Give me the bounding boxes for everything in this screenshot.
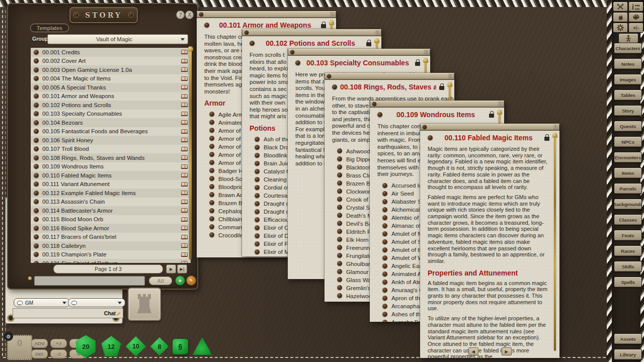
window-title-strap[interactable]: STORY bbox=[69, 7, 138, 23]
group-dropdown[interactable]: Vault of Magic bbox=[47, 34, 188, 44]
story-list-row[interactable]: 00.116 Blood Spike Armor bbox=[31, 224, 191, 233]
book-link-icon[interactable] bbox=[181, 120, 188, 125]
templates-button[interactable]: Templates bbox=[30, 24, 69, 32]
story-list-row[interactable]: 00.115 Blood Moon Orb bbox=[31, 215, 191, 224]
d6-die[interactable]: 6 bbox=[173, 339, 188, 354]
d8-die[interactable]: 8 bbox=[150, 337, 169, 356]
story-list-row[interactable]: 00.114 Battlecaster's Armor bbox=[31, 206, 191, 215]
book-link-icon[interactable] bbox=[181, 59, 188, 63]
book-link-icon[interactable] bbox=[181, 112, 188, 116]
book-link-icon[interactable] bbox=[181, 50, 188, 54]
settings-button[interactable] bbox=[613, 23, 628, 33]
close-icon[interactable]: X bbox=[424, 49, 429, 55]
help-button[interactable]: ? bbox=[176, 11, 185, 19]
story-list-row[interactable]: 00.106 Spirit Honey bbox=[31, 136, 191, 145]
close-icon[interactable]: X bbox=[498, 101, 503, 107]
scrollbar-ornament[interactable] bbox=[189, 50, 192, 259]
story-list-row[interactable]: 00.113 Assassin's Chain bbox=[31, 198, 191, 207]
lock-icon[interactable] bbox=[489, 114, 494, 118]
options-button[interactable] bbox=[613, 2, 628, 12]
book-link-icon[interactable] bbox=[181, 85, 188, 89]
d12-die[interactable]: 12 bbox=[101, 336, 122, 357]
sidebar-item-assets[interactable]: Assets bbox=[614, 333, 642, 344]
book-link-icon[interactable] bbox=[181, 261, 188, 263]
story-list-row[interactable]: 00.109 Wondrous Items bbox=[31, 162, 191, 171]
story-list-row[interactable]: 00.101 Armor and Weapons bbox=[31, 92, 191, 101]
modifier-button-adv[interactable]: ADV bbox=[31, 339, 48, 348]
book-link-icon[interactable] bbox=[181, 208, 188, 213]
sidebar-item-images[interactable]: Images bbox=[614, 74, 642, 85]
d20-die[interactable]: 20 bbox=[74, 335, 97, 358]
story-list-row[interactable]: 00.003 Open Gaming License 1.0a bbox=[31, 65, 191, 74]
palette-button[interactable] bbox=[628, 12, 643, 22]
story-list-row[interactable]: 00.001 Credits bbox=[31, 48, 191, 57]
book-link-icon[interactable] bbox=[181, 94, 188, 99]
story-list-row[interactable]: 00.002 Cover Art bbox=[31, 57, 191, 66]
scrollbar-ornament[interactable] bbox=[554, 137, 556, 351]
story-list-row[interactable]: 00.107 Troll Blood bbox=[31, 145, 191, 154]
book-link-icon[interactable] bbox=[181, 129, 188, 134]
modifier-settings-button[interactable]: ⚙ bbox=[4, 332, 13, 341]
book-link-icon[interactable] bbox=[181, 164, 188, 169]
d4-die[interactable] bbox=[192, 336, 213, 356]
sidebar-item-quests[interactable]: Quests bbox=[614, 121, 642, 132]
story-list-row[interactable]: 00.110 Fabled Magic Items bbox=[31, 171, 191, 180]
book-link-icon[interactable] bbox=[181, 173, 188, 177]
next-page-button[interactable]: ▶ bbox=[502, 347, 512, 355]
tokens-button[interactable] bbox=[613, 12, 628, 22]
story-list-row[interactable]: 00.121 Fire Shield of Rathurz bbox=[31, 259, 191, 263]
story-list-row[interactable]: 00.111 Variant Attunement bbox=[31, 180, 191, 189]
chat-entry-field[interactable]: Chat bbox=[13, 308, 123, 318]
sidebar-item-spells[interactable]: Spells bbox=[614, 277, 642, 288]
modifier-button-2[interactable]: +2 bbox=[50, 339, 67, 348]
window-titlebar[interactable]: X bbox=[288, 49, 430, 56]
book-link-icon[interactable] bbox=[181, 252, 188, 257]
story-list-row[interactable]: 00.108 Rings, Rods, Staves and Wands bbox=[31, 153, 191, 162]
add-entry-button[interactable]: + bbox=[175, 276, 185, 286]
edit-list-button[interactable]: ✎ bbox=[186, 276, 196, 286]
story-list-row[interactable]: 00.118 Cailebryn bbox=[31, 241, 191, 250]
next-page-button[interactable]: ▶ bbox=[166, 264, 176, 274]
story-list-row[interactable]: 00.004 The Magic of Items bbox=[31, 74, 191, 83]
lock-icon[interactable] bbox=[366, 42, 371, 46]
book-link-icon[interactable] bbox=[181, 67, 188, 72]
book-link-icon[interactable] bbox=[181, 155, 188, 160]
close-icon[interactable]: X bbox=[330, 12, 335, 17]
previous-page-button[interactable]: ◀ bbox=[468, 347, 478, 355]
sidebar-item-classes[interactable]: Classes bbox=[614, 214, 642, 225]
close-icon[interactable]: X bbox=[375, 30, 380, 35]
window-titlebar[interactable]: X bbox=[420, 124, 559, 131]
story-list-row[interactable]: 00.103 Specialty Consumables bbox=[31, 110, 191, 119]
book-link-icon[interactable] bbox=[181, 243, 188, 248]
lock-icon[interactable] bbox=[415, 62, 420, 66]
sidebar-item-notes[interactable]: Notes bbox=[614, 58, 642, 69]
close-icon[interactable]: X bbox=[553, 124, 558, 130]
filter-all-button[interactable]: All bbox=[149, 277, 172, 285]
story-list-row[interactable]: 00.102 Potions and Scrolls bbox=[31, 101, 191, 110]
sidebar-item-skills[interactable]: Skills bbox=[614, 261, 642, 272]
story-list-row[interactable]: 00.112 Example Fabled Magic Items bbox=[31, 189, 191, 198]
book-link-icon[interactable] bbox=[181, 182, 188, 187]
chat-speaker-dropdown[interactable]: GM bbox=[14, 298, 70, 307]
story-list-row[interactable]: 00.105 Fantastical Foods and Beverages bbox=[31, 127, 191, 136]
sidebar-item-characters[interactable]: Characters bbox=[614, 43, 642, 54]
story-list-row[interactable]: 00.104 Bezoars bbox=[31, 118, 191, 127]
story-list-row[interactable]: 00.005 A Special Thanks bbox=[31, 83, 191, 92]
book-link-icon[interactable] bbox=[181, 235, 188, 239]
sidebar-item-encounters[interactable]: Encounters bbox=[614, 152, 642, 163]
party-info-button[interactable] bbox=[628, 2, 643, 12]
book-link-icon[interactable] bbox=[181, 191, 188, 195]
lock-icon[interactable] bbox=[439, 86, 444, 90]
window-titlebar[interactable]: X bbox=[370, 101, 504, 108]
lock-icon[interactable] bbox=[544, 137, 549, 141]
book-link-icon[interactable] bbox=[181, 138, 188, 142]
book-link-icon[interactable] bbox=[181, 147, 188, 151]
modifiers-button[interactable]: +/- bbox=[628, 23, 643, 33]
sidebar-item-tables[interactable]: Tables bbox=[614, 89, 642, 101]
book-link-icon[interactable] bbox=[181, 200, 188, 204]
chat-identity-dropdown[interactable] bbox=[68, 298, 125, 307]
sidebar-item-races[interactable]: Races bbox=[614, 245, 642, 256]
close-button[interactable]: X bbox=[185, 11, 194, 19]
window-titlebar[interactable]: X bbox=[325, 73, 454, 80]
sidebar-item-story[interactable]: Story bbox=[614, 105, 642, 116]
